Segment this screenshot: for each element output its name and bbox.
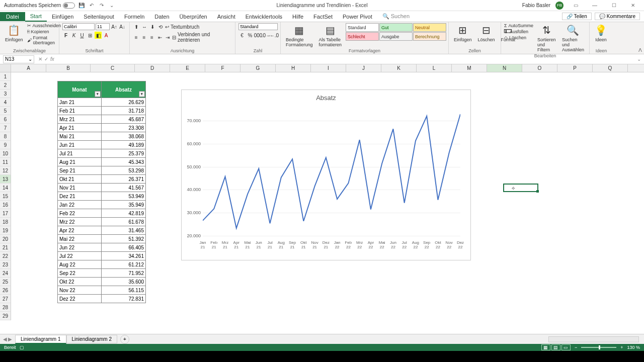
table-row[interactable]: Jun 2266.405	[57, 243, 146, 252]
column-headers[interactable]: ABCDEFGHIJKLMNOPQ	[0, 64, 644, 72]
cell-value[interactable]: 31.718	[102, 107, 146, 115]
cell-month[interactable]: Jan 22	[57, 201, 102, 209]
copy-button[interactable]: ⎘ Kopieren	[27, 29, 61, 34]
row-header[interactable]: 1	[0, 72, 11, 81]
cell-value[interactable]: 51.392	[102, 235, 146, 243]
align-top-icon[interactable]: ⬆	[133, 23, 140, 30]
number-format-select[interactable]	[238, 23, 278, 30]
sheet-tab-2[interactable]: Liniendiagramm 2	[66, 335, 118, 343]
fill-color-button[interactable]: ◧	[95, 32, 102, 39]
cell-value[interactable]: 35.600	[102, 278, 146, 286]
share-button[interactable]: 🔗 Teilen	[562, 13, 592, 20]
add-sheet-button[interactable]: +	[120, 335, 129, 344]
row-header[interactable]: 14	[0, 184, 11, 192]
cell-month[interactable]: Jun 22	[57, 243, 102, 252]
cell-month[interactable]: Mrz 22	[57, 218, 102, 226]
table-row[interactable]: Aug 2261.212	[57, 260, 146, 269]
cell-value[interactable]: 23.308	[102, 124, 146, 132]
col-header-A[interactable]: A	[11, 64, 46, 72]
maximize-button[interactable]: ☐	[607, 1, 621, 11]
sort-filter-button[interactable]: ⇅Sortieren und Filtern	[535, 23, 558, 53]
style-gut[interactable]: Gut	[379, 23, 413, 32]
cell-month[interactable]: Aug 22	[57, 260, 102, 269]
format-as-table-button[interactable]: ▤Als Tabelle formatieren	[317, 23, 344, 48]
row-header[interactable]: 24	[0, 269, 11, 278]
decimal-increase-icon[interactable]: .0→	[263, 32, 270, 39]
cell-month[interactable]: Mai 22	[57, 235, 102, 243]
cell-value[interactable]: 61.212	[102, 260, 146, 269]
row-header[interactable]: 22	[0, 252, 11, 260]
table-row[interactable]: Feb 2131.718	[57, 107, 146, 115]
orientation-icon[interactable]: ⟲	[157, 23, 164, 30]
cell-month[interactable]: Feb 21	[57, 107, 102, 115]
row-header[interactable]: 6	[0, 115, 11, 124]
decimal-decrease-icon[interactable]: ←.0	[271, 32, 278, 39]
table-row[interactable]: Nov 2141.567	[57, 184, 146, 192]
tab-help[interactable]: Hilfe	[287, 12, 308, 21]
find-select-button[interactable]: 🔍Suchen und Auswählen	[560, 23, 586, 53]
cell-month[interactable]: Aug 21	[57, 158, 102, 166]
col-header-B[interactable]: B	[46, 64, 91, 72]
clear-button[interactable]: ◇ Löschen	[504, 35, 533, 40]
horizontal-scrollbar[interactable]	[548, 336, 639, 342]
merge-button[interactable]: ⊟ Verbinden und zentrieren	[172, 32, 232, 43]
col-header-K[interactable]: K	[381, 64, 417, 72]
align-left-icon[interactable]: ≡	[133, 34, 140, 41]
col-header-L[interactable]: L	[417, 64, 452, 72]
cell-month[interactable]: Dez 21	[57, 192, 102, 201]
worksheet-grid[interactable]: 1234567891011121314151617181920212223242…	[0, 72, 644, 327]
currency-icon[interactable]: €	[238, 32, 246, 39]
insert-cells-button[interactable]: ⊞Einfügen	[452, 23, 474, 43]
cell-month[interactable]: Jun 21	[57, 141, 102, 149]
qat-customize-icon[interactable]: ⌄	[108, 2, 115, 9]
cell-value[interactable]: 66.405	[102, 243, 146, 252]
row-header[interactable]: 15	[0, 192, 11, 201]
fx-icon[interactable]: fx	[50, 56, 54, 62]
cell-value[interactable]: 35.949	[102, 201, 146, 209]
tab-file[interactable]: Datei	[0, 12, 25, 21]
row-header[interactable]: 10	[0, 149, 11, 158]
table-row[interactable]: Feb 2242.819	[57, 209, 146, 218]
sheet-nav-prev-icon[interactable]: ◀	[3, 336, 7, 342]
name-box[interactable]: N13⌄	[3, 55, 34, 63]
indent-decrease-icon[interactable]: ⇤	[156, 34, 164, 41]
filter-icon[interactable]: ▾	[139, 91, 145, 97]
tab-factset[interactable]: FactSet	[308, 12, 338, 21]
row-header[interactable]: 5	[0, 107, 11, 115]
row-header[interactable]: 23	[0, 260, 11, 269]
row-header[interactable]: 7	[0, 124, 11, 132]
paste-button[interactable]: 📋Einfügen	[3, 23, 25, 43]
cell-value[interactable]: 53.298	[102, 166, 146, 175]
autosum-button[interactable]: Σ AutoSumme	[504, 23, 533, 28]
table-row[interactable]: Jul 2234.261	[57, 252, 146, 260]
cell-month[interactable]: Mrz 21	[57, 115, 102, 124]
cell-value[interactable]: 26.629	[102, 98, 146, 107]
align-bottom-icon[interactable]: ⬇	[149, 23, 156, 30]
cell-value[interactable]: 56.115	[102, 286, 146, 295]
delete-cells-button[interactable]: ⊟Löschen	[476, 23, 497, 43]
row-header[interactable]: 2	[0, 81, 11, 89]
style-schlecht[interactable]: Schlecht	[346, 32, 379, 41]
col-header-P[interactable]: P	[557, 64, 593, 72]
view-normal-icon[interactable]: ▦	[541, 344, 550, 350]
row-header[interactable]: 28	[0, 303, 11, 312]
tab-formulas[interactable]: Formeln	[119, 12, 149, 21]
view-layout-icon[interactable]: ▤	[551, 344, 560, 350]
col-header-H[interactable]: H	[276, 64, 311, 72]
row-header[interactable]: 21	[0, 243, 11, 252]
row-header[interactable]: 3	[0, 89, 11, 98]
align-center-icon[interactable]: ≡	[141, 34, 148, 41]
user-avatar[interactable]: FB	[555, 2, 564, 10]
cell-value[interactable]: 41.567	[102, 184, 146, 192]
cell-month[interactable]: Dez 22	[57, 295, 102, 303]
undo-icon[interactable]: ↶	[88, 2, 95, 9]
cell-month[interactable]: Apr 21	[57, 124, 102, 132]
cell-value[interactable]: 61.678	[102, 218, 146, 226]
confirm-formula-icon[interactable]: ✓	[44, 56, 48, 62]
cell-value[interactable]: 38.068	[102, 132, 146, 141]
cancel-formula-icon[interactable]: ✕	[38, 56, 42, 62]
tab-powerpivot[interactable]: Power Pivot	[338, 12, 377, 21]
style-standard[interactable]: Standard	[346, 23, 379, 32]
tab-start[interactable]: Start	[25, 12, 47, 22]
table-row[interactable]: Mrz 2145.687	[57, 115, 146, 124]
